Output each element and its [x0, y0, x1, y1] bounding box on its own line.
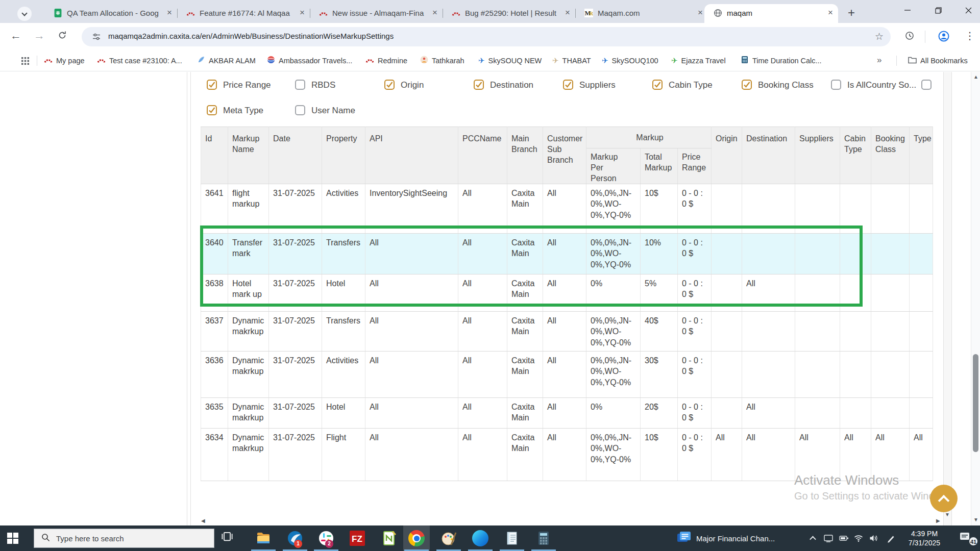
tab-feature-16774-al-maqaa[interactable]: Feature #16774: Al Maqaa× — [177, 4, 310, 23]
bookmark-tathkarah[interactable]: Tathkarah — [420, 56, 464, 66]
all-bookmarks-button[interactable]: All Bookmarks — [908, 56, 968, 66]
bookmark-test-case-23100-a-[interactable]: Test case #23100: A... — [97, 56, 182, 66]
tab-close-icon[interactable]: × — [828, 8, 833, 18]
taskbar-notepad-plus-plus-icon[interactable] — [381, 530, 397, 546]
cell: Caxita Main — [507, 234, 543, 274]
taskbar-explorer-icon[interactable] — [255, 530, 272, 546]
checkbox-clipped[interactable] — [921, 80, 932, 90]
bookmark-skysouq100[interactable]: ✈SkySOUQ100 — [602, 56, 658, 66]
tab-new-issue-almaqam-fina[interactable]: New issue - Almaqam-Fina× — [310, 4, 443, 23]
checkbox-suppliers[interactable] — [563, 80, 573, 90]
checkbox-origin[interactable] — [384, 80, 395, 90]
tab-close-icon[interactable]: × — [167, 8, 172, 18]
address-bar[interactable]: maqamqa2admin.caxita.ca/en/AdminWeb/Busi… — [82, 27, 891, 46]
cell: Activities — [322, 184, 365, 234]
tab-close-icon[interactable]: × — [565, 8, 570, 18]
reload-button[interactable] — [57, 30, 67, 43]
taskbar-chrome-icon[interactable] — [408, 530, 425, 546]
history-icon[interactable] — [904, 31, 915, 44]
cell: Dynamic makrkup — [228, 429, 269, 481]
checkbox-meta-type[interactable] — [207, 105, 217, 115]
checkbox-rbds[interactable] — [295, 80, 305, 90]
site-settings-icon[interactable] — [92, 32, 101, 43]
back-button[interactable]: ← — [10, 29, 21, 42]
bookmark-ambassador-travels-[interactable]: Ambassador Travels... — [267, 56, 352, 66]
cell — [840, 274, 871, 312]
taskbar-paint-icon[interactable] — [440, 530, 457, 546]
scroll-down-arrow[interactable]: ▼ — [973, 517, 978, 522]
table-row-3636[interactable]: 3636Dynamic makrkup31-07-2025ActivitiesA… — [201, 352, 933, 398]
profile-avatar[interactable] — [938, 31, 949, 45]
battery-icon[interactable] — [837, 525, 850, 551]
scroll-to-top-button[interactable] — [930, 485, 958, 512]
checkbox-is-allcountry-so-[interactable] — [831, 80, 841, 90]
taskbar-search-box[interactable]: Type here to search — [34, 529, 214, 548]
tab-close-icon[interactable]: × — [432, 8, 437, 18]
taskbar-edge-icon[interactable] — [472, 530, 488, 546]
apps-grid-icon[interactable] — [21, 57, 29, 67]
tab-close-icon[interactable]: × — [300, 8, 305, 18]
main-scrollbar[interactable]: ▲ ▼ — [971, 72, 980, 525]
new-tab-button[interactable]: + — [843, 5, 860, 21]
checkbox-cabin-type[interactable] — [652, 80, 663, 90]
cell — [910, 274, 933, 312]
scrollbar-thumb[interactable] — [973, 354, 978, 452]
window-close-button[interactable] — [957, 0, 980, 20]
taskbar-calculator-icon[interactable] — [535, 530, 552, 546]
inner-scroll-down-arrow[interactable]: ▼ — [945, 512, 950, 517]
window-minimize-button[interactable] — [896, 0, 919, 20]
taskbar-notepad-icon[interactable] — [504, 530, 520, 546]
table-row-3637[interactable]: 3637Dynamic makrkup31-07-2025TransfersAl… — [201, 312, 933, 352]
cell: 0 - 0 : 0 $ — [678, 429, 712, 481]
taskbar-clock[interactable]: 4:39 PM7/31/2025 — [902, 529, 946, 547]
cell: 31-07-2025 — [269, 234, 322, 274]
news-widget[interactable]: Major Financial Chan... — [677, 525, 775, 551]
bookmark-ejazza-travel[interactable]: ✈Ejazza Travel — [671, 56, 726, 66]
bookmark-skysouq-new[interactable]: ✈SkySOUQ NEW — [478, 56, 542, 66]
bookmark-akbar-alam[interactable]: AKBAR ALAM — [197, 56, 256, 66]
checkbox-price-range[interactable] — [207, 80, 217, 90]
menu-dots-icon[interactable]: ⋮ — [965, 30, 975, 42]
table-row-3638[interactable]: 3638Hotel mark up31-07-2025HotelAllAllCa… — [201, 274, 933, 312]
window-maximize-button[interactable] — [926, 0, 950, 20]
forward-button[interactable]: → — [34, 29, 45, 42]
scroll-up-arrow[interactable]: ▲ — [973, 74, 978, 80]
bookmarks-overflow-chevron[interactable]: » — [877, 55, 881, 65]
tab-close-icon[interactable]: × — [698, 8, 703, 18]
tab-maqam[interactable]: maqam× — [704, 4, 838, 23]
wifi-icon[interactable] — [851, 525, 866, 551]
taskbar-taskview-icon[interactable] — [221, 530, 237, 546]
checkbox-user-name[interactable] — [295, 105, 305, 115]
hscroll-left-arrow[interactable]: ◀ — [201, 518, 205, 523]
cell: Flight — [322, 429, 365, 481]
tab-maqam-com[interactable]: MRMaqam.com× — [575, 4, 708, 23]
bookmark-label: My page — [56, 57, 85, 65]
pen-icon[interactable] — [884, 525, 898, 551]
tab-qa-team-allocation-goog[interactable]: QA Team Allocation - Goog× — [44, 4, 177, 23]
cell: All — [543, 184, 586, 234]
tray-expand-chevron[interactable] — [806, 525, 819, 551]
bookmark-star-icon[interactable]: ☆ — [875, 31, 884, 42]
hscroll-right-arrow[interactable]: ▶ — [936, 518, 940, 523]
notification-center-icon[interactable] — [960, 532, 970, 543]
table-row-3635[interactable]: 3635Dynamic makrkup31-07-2025HotelAllAll… — [201, 398, 933, 429]
checkbox-booking-class[interactable] — [742, 80, 752, 90]
checkbox-destination[interactable] — [474, 80, 484, 90]
column-header: Date — [269, 127, 322, 184]
bookmark-redmine[interactable]: Redmine — [365, 56, 407, 66]
tab-bug-25290-hotel-result[interactable]: Bug #25290: Hotel | Result× — [443, 4, 575, 23]
start-button[interactable] — [7, 533, 18, 544]
cell: Transfer mark — [228, 234, 269, 274]
cell: 0%,0%,JN-0%,WO-0%,YQ-0% — [586, 429, 641, 481]
cast-icon[interactable] — [822, 525, 835, 551]
bookmark-my-page[interactable]: My page — [44, 56, 85, 66]
bookmark-thabat[interactable]: ✈THABAT — [552, 56, 591, 66]
table-row-3641[interactable]: 3641flight markup31-07-2025ActivitiesInv… — [201, 184, 933, 234]
cell — [712, 184, 742, 234]
table-row-3640[interactable]: 3640Transfer mark31-07-2025TransfersAllA… — [201, 234, 933, 274]
volume-icon[interactable] — [867, 525, 881, 551]
tab-search-button[interactable] — [17, 7, 32, 21]
inner-scrollbar-track[interactable] — [943, 72, 952, 525]
bookmark-time-duration-calc-[interactable]: Time Duration Calc... — [741, 56, 822, 66]
taskbar-filezilla-icon[interactable]: FZ — [349, 530, 365, 546]
